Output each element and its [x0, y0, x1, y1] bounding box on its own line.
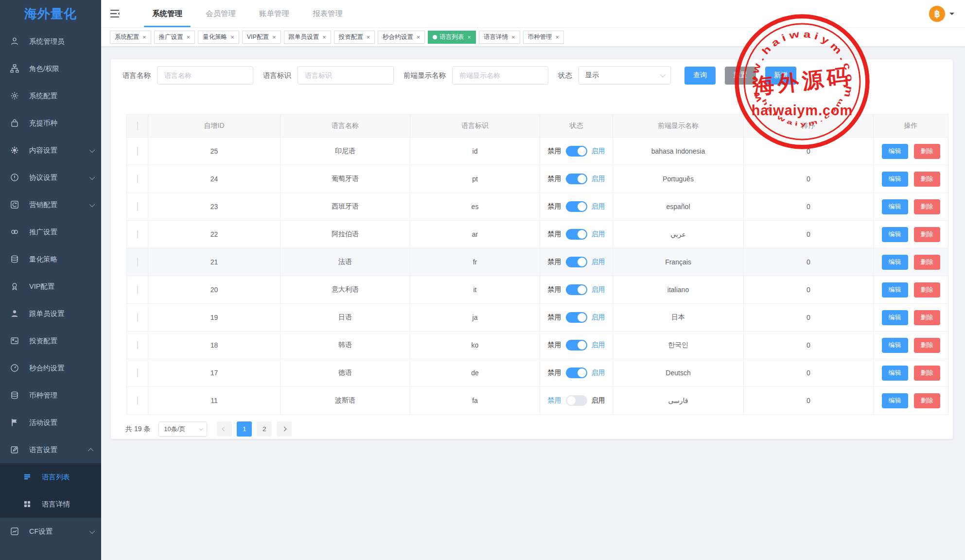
row-checkbox[interactable]: [137, 175, 138, 183]
status-toggle[interactable]: [566, 340, 587, 350]
delete-button[interactable]: 删除: [914, 366, 940, 381]
reset-button[interactable]: 重置: [725, 67, 756, 85]
edit-button[interactable]: 编辑: [882, 227, 908, 242]
row-checkbox[interactable]: [137, 258, 138, 266]
edit-button[interactable]: 编辑: [882, 338, 908, 353]
tag-coin-manage[interactable]: 币种管理×: [523, 31, 564, 44]
status-toggle[interactable]: [566, 174, 587, 184]
hamburger-icon[interactable]: [109, 8, 120, 19]
sidebar-item-promotion[interactable]: 推广设置: [0, 218, 101, 245]
tag-close-icon[interactable]: ×: [367, 34, 370, 40]
sidebar-item-system-config[interactable]: 系统配置: [0, 82, 101, 109]
delete-button[interactable]: 删除: [914, 172, 940, 187]
topnav-tab-system[interactable]: 系统管理: [140, 0, 194, 27]
row-checkbox[interactable]: [137, 368, 138, 377]
tag-invest-config[interactable]: 投资配置×: [334, 31, 375, 44]
select-all-checkbox[interactable]: [137, 122, 138, 130]
row-checkbox[interactable]: [137, 202, 138, 211]
page-size-select[interactable]: 10条/页: [158, 421, 207, 437]
tag-close-icon[interactable]: ×: [142, 34, 146, 40]
edit-button[interactable]: 编辑: [882, 144, 908, 159]
delete-button[interactable]: 删除: [914, 144, 940, 159]
edit-button[interactable]: 编辑: [882, 366, 908, 381]
sidebar-item-language-detail[interactable]: 语言详情: [0, 490, 101, 518]
page-button-2[interactable]: 2: [257, 421, 272, 437]
prev-page-button[interactable]: [217, 421, 232, 437]
tag-system-config[interactable]: 系统配置×: [110, 31, 151, 44]
sidebar-item-marketing[interactable]: 营销配置: [0, 191, 101, 218]
tag-close-icon[interactable]: ×: [556, 34, 560, 40]
delete-button[interactable]: 删除: [914, 310, 940, 325]
row-checkbox[interactable]: [137, 285, 138, 294]
edit-button[interactable]: 编辑: [882, 199, 908, 214]
sidebar-item-system-admin[interactable]: 系统管理员: [0, 28, 101, 55]
sidebar-item-protocol[interactable]: 协议设置: [0, 164, 101, 191]
status-toggle[interactable]: [566, 312, 587, 323]
status-toggle[interactable]: [566, 201, 587, 212]
sidebar-item-seconds[interactable]: 秒合约设置: [0, 354, 101, 382]
status-toggle[interactable]: [566, 284, 587, 295]
sidebar-item-content-settings[interactable]: 内容设置: [0, 137, 101, 164]
edit-button[interactable]: 编辑: [882, 255, 908, 270]
next-page-button[interactable]: [277, 421, 292, 437]
tag-language-list[interactable]: 语言列表×: [428, 31, 476, 44]
delete-button[interactable]: 删除: [914, 199, 940, 214]
row-checkbox[interactable]: [137, 147, 138, 156]
sidebar-item-vip-config[interactable]: VIP配置: [0, 273, 101, 300]
tag-close-icon[interactable]: ×: [187, 34, 191, 40]
display-name-input[interactable]: [452, 66, 548, 85]
tag-follower[interactable]: 跟单员设置×: [284, 31, 331, 44]
delete-button[interactable]: 删除: [914, 282, 940, 298]
language-name-input[interactable]: [157, 66, 253, 85]
status-select[interactable]: 显示: [579, 66, 671, 85]
tag-vip-config[interactable]: VIP配置×: [242, 31, 281, 44]
status-toggle[interactable]: [566, 146, 587, 157]
tag-close-icon[interactable]: ×: [467, 34, 471, 40]
sidebar-item-quant-strategy[interactable]: 量化策略: [0, 245, 101, 273]
tag-close-icon[interactable]: ×: [272, 34, 276, 40]
bitcoin-avatar-icon[interactable]: ฿: [929, 6, 945, 22]
topnav-tab-report[interactable]: 报表管理: [301, 0, 354, 27]
status-toggle[interactable]: [566, 395, 587, 406]
add-button[interactable]: 新增: [765, 67, 796, 85]
row-checkbox[interactable]: [137, 341, 138, 350]
filter-fields: 语言名称语言标识前端显示名称: [123, 66, 558, 85]
user-menu[interactable]: ฿: [929, 6, 954, 22]
edit-button[interactable]: 编辑: [882, 393, 908, 408]
sidebar-item-language-list[interactable]: 语言列表: [0, 463, 101, 490]
topnav-tab-billing[interactable]: 账单管理: [247, 0, 301, 27]
tag-close-icon[interactable]: ×: [511, 34, 515, 40]
language-code-input[interactable]: [298, 66, 394, 85]
sidebar-item-coin-manage[interactable]: 币种管理: [0, 382, 101, 409]
row-checkbox[interactable]: [137, 230, 138, 239]
row-checkbox[interactable]: [137, 313, 138, 322]
status-toggle[interactable]: [566, 229, 587, 240]
sidebar-item-roles[interactable]: 角色/权限: [0, 55, 101, 82]
tag-quant-strategy[interactable]: 量化策略×: [198, 31, 239, 44]
tag-promotion[interactable]: 推广设置×: [154, 31, 195, 44]
status-toggle[interactable]: [566, 257, 587, 267]
delete-button[interactable]: 删除: [914, 255, 940, 270]
tag-close-icon[interactable]: ×: [417, 34, 421, 40]
sidebar-item-language-settings[interactable]: 语言设置: [0, 436, 101, 463]
edit-button[interactable]: 编辑: [882, 172, 908, 187]
tag-seconds[interactable]: 秒合约设置×: [378, 31, 425, 44]
delete-button[interactable]: 删除: [914, 227, 940, 242]
status-toggle[interactable]: [566, 368, 587, 378]
sidebar-item-follower[interactable]: 跟单员设置: [0, 300, 101, 327]
tag-language-detail[interactable]: 语言详情×: [479, 31, 520, 44]
page-button-1[interactable]: 1: [237, 421, 252, 437]
sidebar-item-deposit-coin[interactable]: 充提币种: [0, 109, 101, 137]
delete-button[interactable]: 删除: [914, 338, 940, 353]
topnav-tab-member[interactable]: 会员管理: [194, 0, 247, 27]
sidebar-item-invest-config[interactable]: 投资配置: [0, 327, 101, 354]
delete-button[interactable]: 删除: [914, 393, 940, 408]
row-checkbox[interactable]: [137, 396, 138, 405]
sidebar-item-activity[interactable]: 活动设置: [0, 409, 101, 436]
search-button[interactable]: 查询: [684, 67, 716, 85]
edit-button[interactable]: 编辑: [882, 310, 908, 325]
sidebar-item-cf-settings[interactable]: CF设置: [0, 518, 101, 545]
tag-close-icon[interactable]: ×: [230, 34, 234, 40]
edit-button[interactable]: 编辑: [882, 282, 908, 298]
tag-close-icon[interactable]: ×: [322, 34, 326, 40]
